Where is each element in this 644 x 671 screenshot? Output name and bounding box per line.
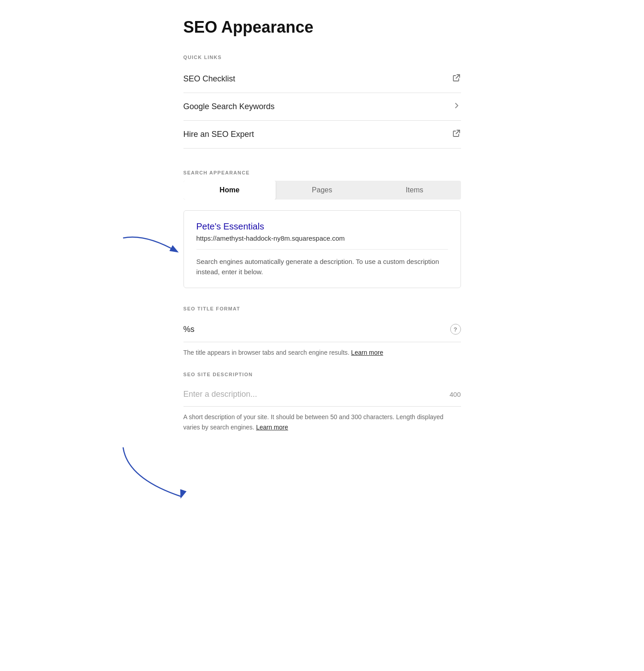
search-preview-card: Pete's Essentials https://amethyst-haddo… xyxy=(183,210,461,288)
quick-link-google-search-keywords[interactable]: Google Search Keywords xyxy=(183,93,461,121)
search-appearance-section: SEARCH APPEARANCE Home Pages Items Pete'… xyxy=(183,170,461,432)
quick-link-seo-checklist[interactable]: SEO Checklist xyxy=(183,65,461,93)
seo-site-description-row[interactable]: Enter a description... 400 xyxy=(183,382,461,407)
external-link-icon-2 xyxy=(452,129,461,140)
preview-description: Search engines automatically generate a … xyxy=(196,257,448,277)
down-arrow-annotation xyxy=(114,443,204,501)
learn-more-title-link[interactable]: Learn more xyxy=(351,349,384,356)
seo-title-format-row: %s ? xyxy=(183,317,461,342)
learn-more-description-link[interactable]: Learn more xyxy=(256,424,288,431)
tab-items[interactable]: Items xyxy=(368,181,461,200)
quick-link-google-search-keywords-label: Google Search Keywords xyxy=(183,102,275,111)
preview-url: https://amethyst-haddock-ny8m.squarespac… xyxy=(196,234,448,242)
description-char-count: 400 xyxy=(449,391,461,398)
arrows-wrapper: Pete's Essentials https://amethyst-haddo… xyxy=(183,210,461,432)
quick-link-hire-seo-expert[interactable]: Hire an SEO Expert xyxy=(183,121,461,149)
search-appearance-label: SEARCH APPEARANCE xyxy=(183,170,461,175)
tab-pages[interactable]: Pages xyxy=(276,181,368,200)
tab-home[interactable]: Home xyxy=(183,181,276,200)
seo-title-format-label: SEO TITLE FORMAT xyxy=(183,306,461,311)
description-placeholder: Enter a description... xyxy=(183,390,257,399)
seo-site-description-section: SEO SITE DESCRIPTION Enter a description… xyxy=(183,372,461,432)
chevron-right-icon-1 xyxy=(452,101,461,112)
page-title: SEO Appearance xyxy=(183,18,461,37)
seo-site-description-label: SEO SITE DESCRIPTION xyxy=(183,372,461,377)
seo-title-format-helper: The title appears in browser tabs and se… xyxy=(183,348,461,357)
seo-title-format-value: %s xyxy=(183,325,195,334)
quick-links-label: QUICK LINKS xyxy=(183,55,461,60)
quick-link-seo-checklist-label: SEO Checklist xyxy=(183,74,235,84)
preview-divider xyxy=(196,249,448,250)
quick-links-section: QUICK LINKS SEO Checklist Google Search … xyxy=(183,55,461,149)
seo-site-description-helper: A short description of your site. It sho… xyxy=(183,412,461,432)
left-arrow-annotation xyxy=(119,229,181,265)
search-appearance-tabs: Home Pages Items xyxy=(183,181,461,200)
help-icon-title[interactable]: ? xyxy=(450,324,461,335)
quick-link-hire-seo-expert-label: Hire an SEO Expert xyxy=(183,130,254,139)
seo-title-format-section: SEO TITLE FORMAT %s ? The title appears … xyxy=(183,306,461,357)
preview-site-name: Pete's Essentials xyxy=(196,221,448,232)
external-link-icon-1 xyxy=(452,73,461,85)
